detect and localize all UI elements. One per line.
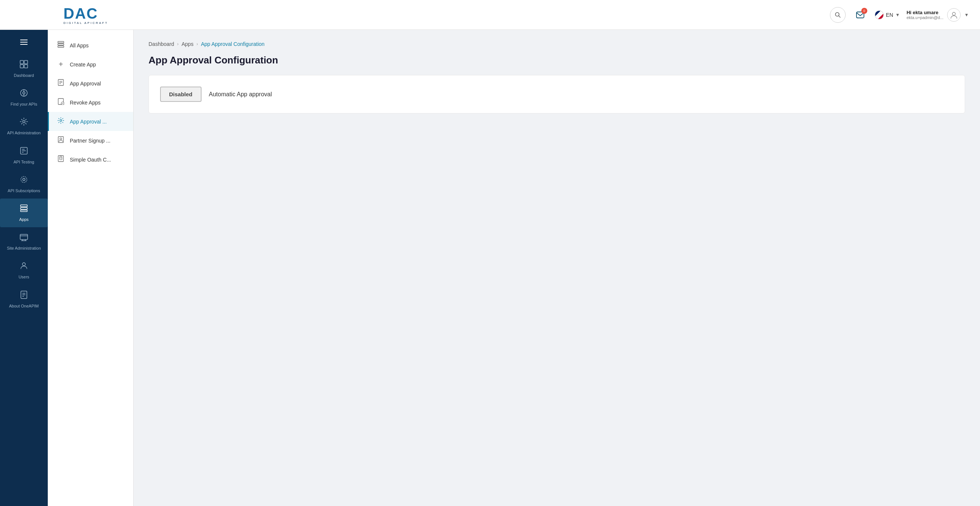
about-icon xyxy=(19,290,29,302)
sidebar-item-label: Apps xyxy=(19,217,29,222)
create-app-icon: + xyxy=(56,60,65,68)
approval-row: Disabled Automatic App approval xyxy=(160,87,953,102)
search-button[interactable] xyxy=(830,7,846,23)
page-title: App Approval Configuration xyxy=(148,54,965,66)
svg-point-17 xyxy=(23,121,25,123)
app-approval-config-icon xyxy=(56,117,65,126)
sec-menu-label: App Approval xyxy=(70,81,101,87)
site-admin-icon xyxy=(19,232,29,243)
user-email: ekta.u+padmin@d... xyxy=(907,15,943,20)
find-apis-icon xyxy=(19,88,29,100)
svg-point-14 xyxy=(23,92,25,94)
logo-area: DAC DIGITAL APICRAFT xyxy=(64,5,830,25)
sidebar-item-label: API Subscriptions xyxy=(8,188,40,193)
breadcrumb-dashboard[interactable]: Dashboard xyxy=(148,41,174,47)
user-section[interactable]: Hi ekta umare ekta.u+padmin@d... ▼ xyxy=(907,8,969,22)
sidebar-item-label: Users xyxy=(19,275,29,280)
hamburger-button[interactable] xyxy=(0,33,48,51)
sidebar-item-apps[interactable]: Apps xyxy=(0,199,48,227)
disabled-button[interactable]: Disabled xyxy=(160,87,202,102)
breadcrumb-apps[interactable]: Apps xyxy=(182,41,194,47)
sidebar-item-label: API Administration xyxy=(7,130,41,135)
sidebar-item-label: API Testing xyxy=(13,160,34,165)
notification-button[interactable]: 0 xyxy=(853,7,868,23)
sidebar-item-api-admin[interactable]: API Administration xyxy=(0,112,48,141)
sec-menu-simple-oauth[interactable]: Simple Oauth C... xyxy=(48,150,133,169)
svg-point-23 xyxy=(21,177,27,183)
sec-menu-label: App Approval ... xyxy=(70,119,107,125)
sidebar-item-site-admin[interactable]: Site Administration xyxy=(0,227,48,256)
language-code: EN xyxy=(886,12,893,18)
svg-rect-37 xyxy=(58,41,64,43)
sidebar-item-api-testing[interactable]: API Testing xyxy=(0,141,48,170)
content-card: Disabled Automatic App approval xyxy=(148,75,965,113)
sec-menu-label: Revoke Apps xyxy=(70,100,101,106)
language-selector[interactable]: EN ▼ xyxy=(875,10,900,19)
sidebar: Dashboard Find your APIs API Administrat… xyxy=(0,30,48,506)
dashboard-icon xyxy=(19,60,29,71)
breadcrumb-sep-2: › xyxy=(196,41,198,47)
svg-line-3 xyxy=(838,16,840,17)
header-right: 0 EN ▼ Hi ekta umare ekta.u+padmin@d... … xyxy=(830,7,969,23)
svg-rect-9 xyxy=(20,60,24,64)
svg-point-49 xyxy=(60,138,62,140)
breadcrumb-sep-1: › xyxy=(177,41,179,47)
apps-icon xyxy=(19,204,29,215)
secondary-sidebar: All Apps + Create App App Approval Revok… xyxy=(48,30,134,506)
svg-point-47 xyxy=(60,120,62,122)
svg-point-5 xyxy=(952,12,955,15)
svg-rect-12 xyxy=(24,65,28,68)
partner-signup-icon xyxy=(56,136,65,145)
notification-badge: 0 xyxy=(861,8,867,14)
dac-logo-svg: DAC DIGITAL APICRAFT xyxy=(64,5,108,25)
svg-rect-11 xyxy=(20,65,24,68)
svg-rect-50 xyxy=(58,156,64,162)
sidebar-item-api-subscriptions[interactable]: API Subscriptions xyxy=(0,170,48,199)
svg-point-32 xyxy=(22,263,25,266)
svg-rect-10 xyxy=(24,60,28,64)
svg-text:DIGITAL APICRAFT: DIGITAL APICRAFT xyxy=(64,21,108,25)
sec-menu-label: All Apps xyxy=(70,43,89,49)
user-chevron-icon: ▼ xyxy=(964,12,969,18)
svg-rect-26 xyxy=(21,210,27,212)
logo: DAC DIGITAL APICRAFT xyxy=(64,5,108,25)
sec-menu-partner-signup[interactable]: Partner Signup ... xyxy=(48,131,133,150)
app-approval-icon xyxy=(56,79,65,88)
sidebar-item-find-apis[interactable]: Find your APIs xyxy=(0,83,48,112)
sidebar-item-about[interactable]: About OneAPIM xyxy=(0,285,48,314)
svg-rect-24 xyxy=(21,205,27,207)
sec-menu-app-approval[interactable]: App Approval xyxy=(48,74,133,93)
sec-menu-label: Simple Oauth C... xyxy=(70,157,111,163)
sec-menu-label: Create App xyxy=(70,62,96,68)
svg-text:DAC: DAC xyxy=(64,5,98,22)
sidebar-item-label: Find your APIs xyxy=(10,102,37,107)
sidebar-item-dashboard[interactable]: Dashboard xyxy=(0,54,48,83)
main-layout: Dashboard Find your APIs API Administrat… xyxy=(0,30,980,506)
svg-rect-38 xyxy=(58,44,64,45)
svg-rect-39 xyxy=(58,46,64,48)
svg-point-22 xyxy=(23,178,25,181)
sidebar-item-label: Dashboard xyxy=(14,73,34,78)
sec-menu-app-approval-config[interactable]: App Approval ... xyxy=(48,112,133,131)
breadcrumb-current: App Approval Configuration xyxy=(201,41,264,47)
user-info: Hi ekta umare ekta.u+padmin@d... xyxy=(907,10,943,20)
sidebar-item-label: About OneAPIM xyxy=(9,304,39,309)
header: DAC DIGITAL APICRAFT 0 EN ▼ Hi ekta xyxy=(0,0,980,30)
users-icon xyxy=(19,261,29,272)
svg-rect-27 xyxy=(20,234,28,240)
sec-menu-all-apps[interactable]: All Apps xyxy=(48,36,133,55)
all-apps-icon xyxy=(56,41,65,49)
svg-rect-25 xyxy=(21,207,27,209)
api-testing-icon xyxy=(19,146,29,158)
flag-icon xyxy=(875,10,884,19)
sec-menu-label: Partner Signup ... xyxy=(70,138,110,144)
revoke-apps-icon xyxy=(56,98,65,107)
main-content: Dashboard › Apps › App Approval Configur… xyxy=(134,30,980,506)
simple-oauth-icon xyxy=(56,155,65,164)
sec-menu-create-app[interactable]: + Create App xyxy=(48,55,133,74)
sidebar-item-users[interactable]: Users xyxy=(0,256,48,285)
api-admin-icon xyxy=(19,117,29,128)
sidebar-item-label: Site Administration xyxy=(7,246,41,251)
api-subscriptions-icon xyxy=(19,175,29,186)
sec-menu-revoke-apps[interactable]: Revoke Apps xyxy=(48,93,133,112)
